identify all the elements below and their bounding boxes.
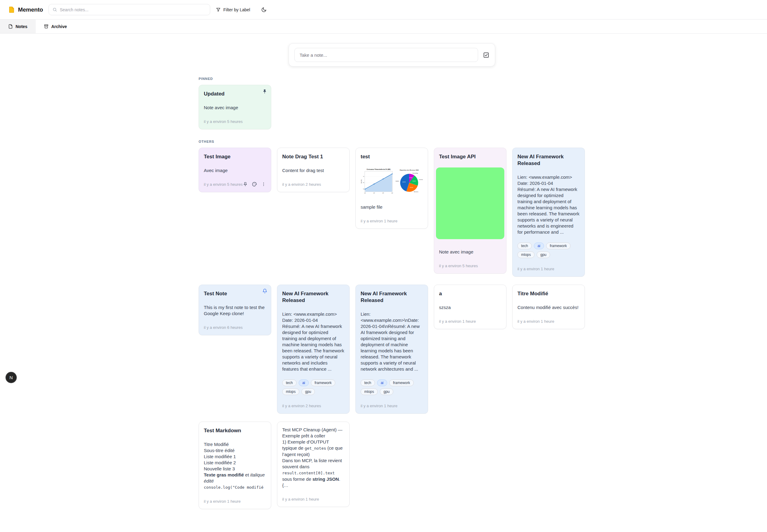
tag-chip[interactable]: ai — [299, 379, 309, 386]
note-title: New AI Framework Released — [517, 153, 580, 167]
archive-icon — [44, 24, 49, 29]
others-section-label: OTHERS — [199, 140, 767, 143]
note-card[interactable]: UpdatedNote avec imageil y a environ 5 h… — [199, 85, 271, 129]
note-timestamp: il y a environ 5 heures — [204, 182, 243, 187]
note-composer — [289, 43, 495, 67]
tag-chip[interactable]: gpu — [380, 388, 393, 395]
note-timestamp: il y a environ 2 heures — [282, 182, 321, 187]
pinned-notes-grid: UpdatedNote avec imageil y a environ 5 h… — [199, 85, 585, 129]
note-content: Contenu modifié avec succès! — [517, 304, 580, 311]
note-file-icon — [8, 24, 13, 29]
pie-chart-thumbnail: Répartition des Revenus 2024Consulting10… — [395, 167, 423, 196]
filter-by-label-button[interactable]: Filter by Label — [216, 7, 250, 12]
app-header: Memento Filter by Label — [0, 0, 767, 20]
note-title: Note Drag Test 1 — [282, 153, 344, 160]
svg-text:Services: Services — [414, 191, 418, 192]
note-footer: il y a environ 1 heure — [517, 266, 580, 271]
tab-archive[interactable]: Archive — [36, 20, 75, 33]
note-card[interactable]: New AI Framework ReleasedLien: <www.exam… — [355, 285, 428, 414]
take-a-note-input[interactable] — [294, 48, 478, 62]
tag-chip[interactable]: tech — [282, 379, 297, 386]
note-card[interactable]: Test MarkdownTitre ModifiéSous-titre édi… — [199, 422, 271, 509]
tag-chip[interactable]: framework — [546, 243, 571, 249]
note-title: Titre Modifié — [517, 290, 580, 297]
dark-mode-toggle[interactable] — [261, 7, 267, 13]
tab-bar: Notes Archive — [0, 20, 767, 34]
note-footer: il y a environ 2 heures — [282, 403, 344, 408]
search-icon — [52, 7, 57, 12]
note-card[interactable]: Titre ModifiéContenu modifié avec succès… — [512, 285, 585, 329]
note-timestamp: il y a environ 1 heure — [361, 404, 398, 408]
note-timestamp: il y a environ 1 heure — [361, 219, 398, 223]
svg-text:Q1: Q1 — [364, 192, 366, 194]
note-title: Test Image — [204, 153, 266, 160]
note-footer: il y a environ 1 heure — [361, 403, 423, 408]
svg-text:20.0%: 20.0% — [412, 181, 416, 182]
tag-chip[interactable]: gpu — [301, 388, 315, 395]
tag-chip[interactable]: mlops — [282, 388, 299, 395]
tag-chip[interactable]: mlops — [361, 388, 378, 395]
note-image — [436, 167, 504, 239]
palette-icon[interactable] — [252, 182, 257, 187]
note-footer: il y a environ 1 heure — [204, 498, 266, 504]
note-footer: il y a environ 6 heures — [204, 325, 266, 330]
dev-badge[interactable]: N — [5, 372, 17, 383]
svg-text:70: 70 — [363, 176, 364, 177]
tag-chip[interactable]: tech — [517, 243, 532, 249]
tag-chip[interactable]: ai — [377, 379, 387, 386]
more-vertical-icon[interactable] — [261, 182, 266, 187]
note-content: szsza — [439, 304, 501, 311]
search-input[interactable] — [60, 7, 206, 12]
note-footer: il y a environ 5 heures — [204, 182, 266, 187]
svg-text:Q3: Q3 — [382, 192, 384, 194]
tag-chip[interactable]: framework — [389, 379, 414, 386]
others-notes-grid: Test ImageAvec imageil y a environ 5 heu… — [199, 148, 585, 509]
note-timestamp: il y a environ 5 heures — [439, 264, 478, 268]
reminder-bell-badge[interactable] — [262, 289, 267, 293]
note-attachments: 506070Q1Q2Q3Q4Croissance Trimestrielle d… — [361, 167, 423, 196]
svg-text:50: 50 — [363, 189, 364, 190]
note-footer: il y a environ 1 heure — [282, 496, 344, 502]
tag-chip[interactable]: tech — [361, 379, 375, 386]
note-content: Lien: <www.example.com> Date: 2026-01-04… — [517, 174, 580, 235]
note-card[interactable]: Note Drag Test 1Content for drag testil … — [277, 148, 350, 192]
note-timestamp: il y a environ 1 heure — [282, 497, 319, 501]
check-square-icon — [483, 52, 489, 58]
new-checklist-button[interactable] — [483, 52, 489, 58]
svg-text:60: 60 — [363, 182, 364, 184]
note-card[interactable]: New AI Framework ReleasedLien: <www.exam… — [277, 285, 350, 414]
note-tags: techaiframeworkmlopsgpu — [361, 379, 423, 395]
svg-text:Licences: Licences — [419, 179, 423, 180]
tag-chip[interactable]: ai — [534, 243, 544, 249]
pin-outline-icon[interactable] — [243, 182, 248, 187]
note-timestamp: il y a environ 5 heures — [204, 119, 243, 124]
tag-chip[interactable]: mlops — [517, 251, 535, 258]
svg-text:CA (M€): CA (M€) — [361, 179, 362, 184]
line-chart-thumbnail: 506070Q1Q2Q3Q4Croissance Trimestrielle d… — [361, 167, 394, 196]
note-card[interactable]: Test ImageAvec imageil y a environ 5 heu… — [199, 148, 271, 192]
note-tags: techaiframeworkmlopsgpu — [282, 379, 344, 395]
svg-text:25.0%: 25.0% — [410, 187, 413, 188]
tag-chip[interactable]: framework — [311, 379, 335, 386]
note-card[interactable]: aszszail y a environ 1 heure — [434, 285, 506, 329]
svg-text:Produits: Produits — [395, 180, 399, 182]
svg-text:Q4: Q4 — [391, 192, 393, 194]
tag-chip[interactable]: gpu — [537, 251, 550, 258]
note-card[interactable]: Test MCP Cleanup (Agent) — Exemple prêt … — [277, 422, 350, 507]
note-content: Lien: <www.example.com>\nDate: 2026-01-0… — [361, 311, 423, 372]
tab-notes-label: Notes — [16, 24, 27, 29]
note-card[interactable]: New AI Framework ReleasedLien: <www.exam… — [512, 148, 585, 277]
app-logo-icon — [8, 6, 15, 13]
note-content: This is my first note to test the Google… — [204, 304, 266, 317]
tab-notes[interactable]: Notes — [0, 20, 36, 33]
note-card[interactable]: Test Image APINote avec imageil y a envi… — [434, 148, 506, 274]
note-footer: il y a environ 1 heure — [361, 218, 423, 224]
note-title: Test Image API — [439, 153, 501, 160]
pinned-badge[interactable] — [262, 89, 267, 94]
svg-text:Croissance Trimestrielle du CA: Croissance Trimestrielle du CA (M€) — [367, 169, 391, 170]
note-content: Avec image — [204, 167, 266, 174]
note-content: Note avec image — [439, 249, 501, 255]
moon-icon — [261, 7, 267, 13]
note-card[interactable]: test506070Q1Q2Q3Q4Croissance Trimestriel… — [355, 148, 428, 229]
note-card[interactable]: Test NoteThis is my first note to test t… — [199, 285, 271, 335]
